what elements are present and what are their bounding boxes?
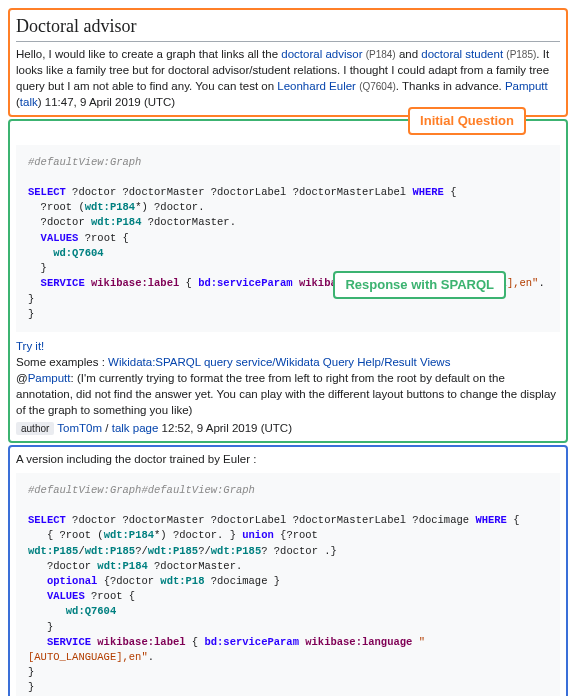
section-heading: Doctoral advisor [16, 14, 560, 42]
link-doctoral-advisor[interactable]: doctoral advisor [281, 48, 362, 60]
sig-talk[interactable]: talk [20, 96, 38, 108]
sparql-code-2: #defaultView:Graph#defaultView:Graph SEL… [16, 473, 560, 696]
label-response-sparql: Response with SPARQL [333, 271, 506, 299]
response-sparql-box: #defaultView:Graph SELECT ?doctor ?docto… [8, 119, 568, 443]
link-euler[interactable]: Leonhard Euler [277, 80, 356, 92]
examples-link[interactable]: Wikidata:SPARQL query service/Wikidata Q… [108, 356, 450, 368]
link-doctoral-student[interactable]: doctoral student [421, 48, 503, 60]
initial-question-box: Doctoral advisor Hello, I would like to … [8, 8, 568, 117]
author-badge: author [16, 422, 54, 435]
refined-sparql-box: A version including the doctor trained b… [8, 445, 568, 696]
sig-user[interactable]: Pamputt [505, 80, 548, 92]
sparql-code-1: #defaultView:Graph SELECT ?doctor ?docto… [16, 145, 560, 332]
try-it-1[interactable]: Try it! [16, 340, 44, 352]
page-link[interactable]: page [133, 422, 159, 434]
label-initial-question: Initial Question [408, 107, 526, 135]
question-body: Hello, I would like to create a graph th… [16, 46, 560, 110]
author-link[interactable]: TomT0m [57, 422, 102, 434]
mention-user[interactable]: Pamputt [28, 372, 71, 384]
refined-intro: A version including the doctor trained b… [16, 451, 560, 467]
talk-link[interactable]: talk [112, 422, 130, 434]
